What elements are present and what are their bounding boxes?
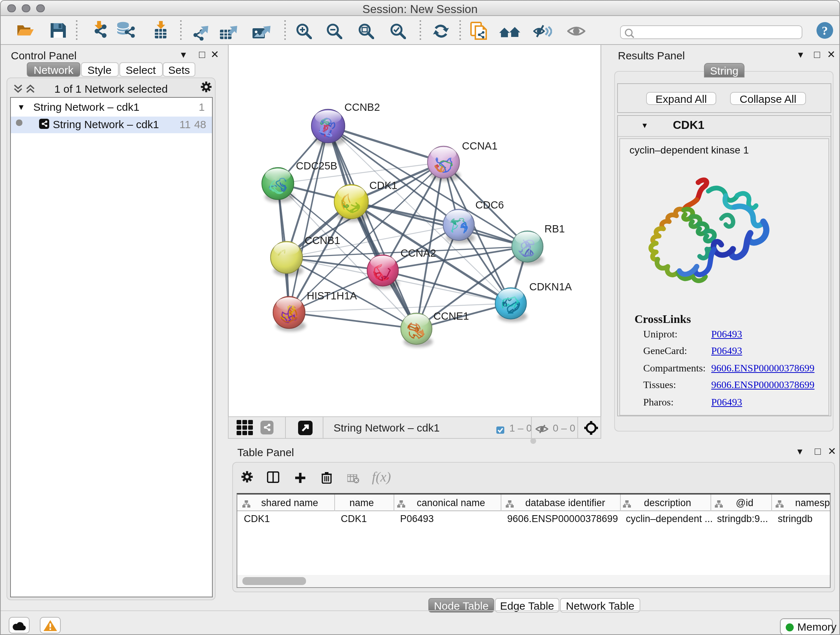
- svg-text:CDC25B: CDC25B: [296, 160, 337, 172]
- svg-text:CDC6: CDC6: [475, 199, 504, 211]
- svg-text:?: ?: [822, 24, 828, 37]
- svg-text:CDK1: CDK1: [369, 180, 397, 191]
- svg-text:CCNB1: CCNB1: [305, 234, 340, 246]
- svg-text:RB1: RB1: [545, 223, 565, 234]
- svg-text:HIST1H1A: HIST1H1A: [307, 290, 357, 302]
- svg-text:CCNA1: CCNA1: [462, 140, 497, 152]
- svg-text:CCNE1: CCNE1: [433, 310, 469, 322]
- svg-text:CDKN1A: CDKN1A: [529, 281, 572, 293]
- svg-text:CCNB2: CCNB2: [344, 101, 380, 113]
- svg-text:CCNA2: CCNA2: [401, 247, 436, 259]
